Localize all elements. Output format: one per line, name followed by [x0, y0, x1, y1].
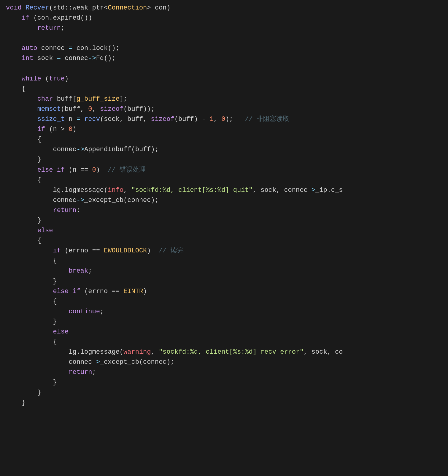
code-token: info: [108, 185, 123, 195]
code-token: recv: [84, 114, 100, 124]
code-token: [6, 256, 53, 266]
code-token: [53, 165, 57, 175]
code-line: {: [0, 236, 448, 246]
code-token: connec: [37, 43, 69, 53]
code-token: // 非阻塞读取: [245, 114, 289, 124]
code-line: else: [0, 327, 448, 337]
code-token: [6, 216, 37, 226]
code-line: return;: [0, 205, 448, 216]
code-token: }: [37, 216, 41, 226]
code-token: (buff));: [123, 104, 155, 114]
code-token: [6, 43, 22, 53]
code-token: n: [65, 114, 77, 124]
code-token: [6, 357, 69, 367]
code-line: if (errno == EWOULDBLOCK) // 读完: [0, 246, 448, 256]
code-token: }: [53, 317, 57, 327]
code-token: return: [37, 23, 61, 33]
code-line: }: [0, 398, 448, 408]
code-token: int: [22, 53, 34, 64]
code-token: return: [69, 367, 92, 377]
code-line: lg.logmessage(warning, "sockfd:%d, clien…: [0, 347, 448, 357]
code-token: AppendInbuff(buff);: [84, 145, 159, 155]
code-token: {: [37, 135, 41, 145]
code-token: 0: [92, 165, 96, 175]
code-token: [6, 74, 22, 84]
code-token: true: [49, 74, 65, 84]
code-token: else: [53, 327, 69, 337]
code-token: {: [37, 236, 41, 246]
code-line: void Recver(std::weak_ptr<Connection> co…: [0, 3, 448, 13]
code-token: ->: [92, 357, 100, 367]
code-token: char: [37, 94, 53, 104]
code-token: [6, 236, 37, 246]
code-token: [6, 388, 37, 398]
code-token: (n ==: [65, 165, 92, 175]
code-token: [6, 135, 37, 145]
code-line: else if (n == 0) // 错误处理: [0, 165, 448, 175]
code-token: [6, 297, 53, 307]
code-token: _ip.c_s: [315, 185, 343, 195]
code-line: memset(buff, 0, sizeof(buff));: [0, 104, 448, 114]
code-token: Recver: [26, 3, 49, 13]
code-token: , sock, connec: [253, 185, 308, 195]
code-token: [6, 175, 37, 185]
code-line: {: [0, 337, 448, 347]
code-line: {: [0, 256, 448, 266]
code-token: if: [72, 287, 80, 297]
code-token: // 错误处理: [108, 165, 146, 175]
code-token: [6, 317, 53, 327]
code-token: ->: [308, 185, 315, 195]
code-token: (buff,: [61, 104, 88, 114]
code-token: [6, 266, 69, 276]
code-token: // 读完: [159, 246, 184, 256]
code-token: ): [72, 124, 76, 135]
code-token: ->: [77, 195, 84, 205]
code-line: [0, 33, 448, 43]
code-token: [6, 377, 53, 388]
code-line: if (con.expired()): [0, 13, 448, 23]
code-token: }: [22, 398, 26, 408]
code-token: if: [37, 124, 45, 135]
code-line: {: [0, 297, 448, 307]
code-token: {: [53, 337, 57, 347]
code-token: Connection: [108, 3, 147, 13]
code-token: g_buff_size: [77, 94, 120, 104]
code-token: 0: [221, 114, 225, 124]
code-token: (errno ==: [80, 287, 123, 297]
code-token: [6, 155, 37, 165]
code-token: ): [143, 287, 147, 297]
code-token: connec: [61, 53, 88, 64]
code-token: [6, 337, 53, 347]
code-token: [6, 287, 53, 297]
code-token: > con): [147, 3, 170, 13]
code-token: [6, 13, 22, 23]
code-token: [80, 114, 84, 124]
code-token: return: [53, 205, 76, 216]
code-token: (errno ==: [61, 246, 104, 256]
code-line: connec->AppendInbuff(buff);: [0, 145, 448, 155]
code-line: }: [0, 216, 448, 226]
code-token: [6, 246, 53, 256]
code-token: {: [53, 256, 57, 266]
code-token: [6, 114, 37, 124]
code-token: [6, 398, 22, 408]
code-token: [6, 84, 22, 94]
code-token: ,: [123, 185, 131, 195]
code-token: =: [77, 114, 80, 124]
code-token: (n >: [45, 124, 69, 135]
code-line: auto connec = con.lock();: [0, 43, 448, 53]
code-token: 0: [69, 124, 72, 135]
code-token: ): [147, 246, 159, 256]
code-token: ,: [214, 114, 221, 124]
code-token: EWOULDBLOCK: [104, 246, 147, 256]
code-token: [6, 367, 69, 377]
code-token: continue: [69, 307, 100, 317]
code-token: _except_cb(connec);: [84, 195, 159, 205]
code-token: EINTR: [123, 287, 143, 297]
code-token: , sock, co: [304, 347, 343, 357]
code-token: [6, 53, 22, 64]
code-token: [6, 195, 53, 205]
code-token: auto: [22, 43, 37, 53]
code-token: memset: [37, 104, 61, 114]
code-token: [22, 3, 26, 13]
